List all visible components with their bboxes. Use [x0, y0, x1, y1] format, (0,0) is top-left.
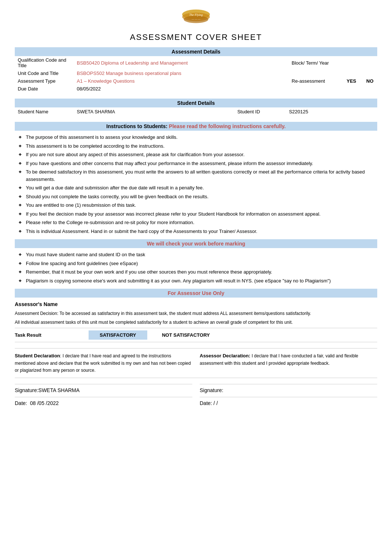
- student-id-label: Student ID: [234, 107, 286, 116]
- list-item: If you are not sure about any aspect of …: [18, 150, 377, 159]
- decision-text-1: Assessment Decision: To be accessed as s…: [15, 310, 377, 317]
- list-item: Remember, that it must be your own work …: [18, 268, 377, 277]
- assessor-date-slashes: / /: [213, 400, 218, 406]
- check-list: You must have student name and student I…: [15, 250, 377, 285]
- date-row: Date: 08 /05 /2022 Date: / /: [15, 397, 377, 406]
- assessor-date-label: Date:: [200, 400, 212, 406]
- logo-area: The Flying — — —: [15, 7, 377, 29]
- assessor-declaration-title: Assessor Declaration:: [200, 353, 250, 358]
- svg-text:— — —: — — —: [191, 18, 200, 20]
- assessor-name-label: Assessor's Name: [15, 301, 377, 307]
- list-item: If you have questions and other concerns…: [18, 159, 377, 168]
- list-item: If you feel the decision made by your as…: [18, 210, 377, 219]
- due-date-label: Due Date: [15, 85, 74, 93]
- assessor-signature-label: Signature:: [200, 387, 223, 393]
- assessor-declaration-col: Assessor Declaration: I declare that I h…: [200, 352, 377, 374]
- no-label: NO: [362, 77, 377, 85]
- reassessment-label: Re-assessment: [289, 77, 340, 85]
- instructions-list: The purpose of this assessment is to ass…: [15, 133, 377, 236]
- student-date-value: 08 /05 /2022: [30, 400, 59, 406]
- task-result-label: Task Result: [15, 332, 89, 338]
- qualification-value: BSB50420 Diploma of Leadership and Manag…: [74, 56, 289, 69]
- list-item: Follow line spacing and font guidelines …: [18, 259, 377, 268]
- list-item: To be deemed satisfactory in this assess…: [18, 168, 377, 183]
- student-name-value: SWETA SHARMA: [74, 107, 234, 116]
- qualification-label: Qualification Code and Title: [15, 56, 74, 69]
- list-item: This is individual Assessment. Hand in o…: [18, 227, 377, 236]
- institution-logo: The Flying — — —: [178, 7, 214, 28]
- instructions-header: Instructions to Students: Please read th…: [15, 122, 377, 131]
- decision-text-2: All individual assessment tasks of this …: [15, 319, 377, 326]
- student-declaration-col: Student Declaration: I declare that I ha…: [15, 352, 192, 374]
- student-declaration-title: Student Declaration: [15, 353, 60, 358]
- student-details-table: Student Name SWETA SHARMA Student ID S22…: [15, 107, 377, 116]
- due-date-value: 08/05/2022: [74, 85, 289, 93]
- declaration-row: Student Declaration: I declare that I ha…: [15, 348, 377, 378]
- task-result-row: Task Result SATISFACTORY NOT SATISFACTOR…: [15, 328, 377, 342]
- assessment-type-label: Assessment Type: [15, 77, 74, 85]
- instructions-header-prefix: Instructions to Students:: [106, 123, 168, 129]
- svg-text:The Flying: The Flying: [189, 13, 203, 17]
- student-date-label: Date:: [15, 400, 27, 406]
- page-title: ASSESSMENT COVER SHEET: [15, 32, 377, 42]
- student-id-value: S220125: [286, 107, 377, 116]
- unit-value: BSBOPS502 Manage business operational pl…: [74, 69, 289, 77]
- satisfactory-box: SATISFACTORY: [89, 330, 147, 340]
- list-item: You will get a due date and submission a…: [18, 183, 377, 192]
- unit-label: Unit Code and Title: [15, 69, 74, 77]
- signature-row: Signature:SWETA SHARMA Signature:: [15, 384, 377, 393]
- list-item: Plagiarism is copying someone else's wor…: [18, 277, 377, 285]
- student-name-label: Student Name: [15, 107, 74, 116]
- list-item: Please refer to the College re-submissio…: [18, 218, 377, 227]
- list-item: The purpose of this assessment is to ass…: [18, 133, 377, 142]
- student-signature-col: Signature:SWETA SHARMA: [15, 384, 192, 393]
- student-name-row: Student Name SWETA SHARMA Student ID S22…: [15, 107, 377, 116]
- assessor-header: For Assessor Use Only: [15, 289, 377, 298]
- instructions-header-suffix: Please read the following instructions c…: [168, 123, 286, 129]
- not-satisfactory-box: NOT SATISFACTORY: [162, 332, 210, 338]
- block-term-year-label: Block/ Term/ Year: [289, 56, 340, 69]
- qualification-row: Qualification Code and Title BSB50420 Di…: [15, 56, 377, 69]
- list-item: This assessment is to be completed accor…: [18, 142, 377, 151]
- unit-row: Unit Code and Title BSBOPS502 Manage bus…: [15, 69, 377, 77]
- assessor-date-col: Date: / /: [200, 397, 377, 406]
- list-item: Should you not complete the tasks correc…: [18, 192, 377, 201]
- assessment-details-header: Assessment Details: [15, 47, 377, 56]
- student-date-col: Date: 08 /05 /2022: [15, 397, 192, 406]
- student-details-header: Student Details: [15, 99, 377, 107]
- assessment-type-row: Assessment Type A1 – Knowledge Questions…: [15, 77, 377, 85]
- list-item: You are entitled to one (1) resubmission…: [18, 201, 377, 210]
- we-will-check-header: We will check your work before marking: [15, 239, 377, 248]
- assessment-type-value: A1 – Knowledge Questions: [74, 77, 289, 85]
- assessment-details-table: Qualification Code and Title BSB50420 Di…: [15, 56, 377, 93]
- list-item: You must have student name and student I…: [18, 250, 377, 259]
- student-signature-label: Signature:SWETA SHARMA: [15, 387, 80, 393]
- yes-label: YES: [340, 77, 362, 85]
- due-date-row: Due Date 08/05/2022: [15, 85, 377, 93]
- assessor-signature-col: Signature:: [200, 384, 377, 393]
